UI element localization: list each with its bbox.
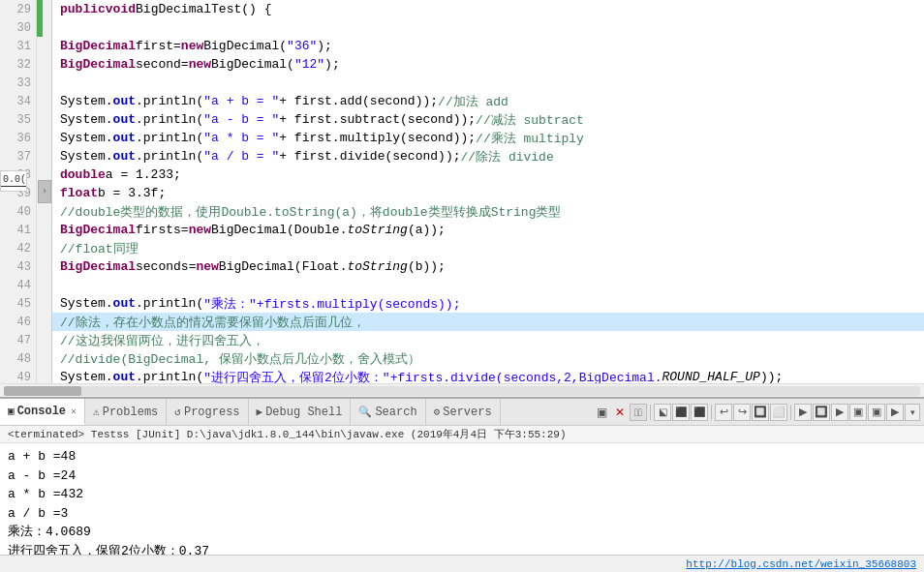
output-line-1: a + b =48 bbox=[8, 447, 916, 467]
line-number-44: 44 bbox=[0, 276, 36, 294]
line-number-30: 30 bbox=[0, 18, 36, 37]
line-number-45: 45 bbox=[0, 294, 36, 313]
tab-search[interactable]: 🔍 Search bbox=[351, 399, 425, 425]
code-token: System. bbox=[60, 370, 113, 383]
code-token: new bbox=[196, 259, 218, 274]
console-tabs: ▣ Console ✕ ⚠ Problems ↺ Progress ▶ Debu… bbox=[0, 399, 924, 426]
code-token: )); bbox=[760, 370, 783, 383]
output-line-2: a - b =24 bbox=[8, 467, 916, 486]
debug-icon: ▶ bbox=[257, 406, 263, 418]
code-token: //这边我保留两位，进行四舍五入， bbox=[60, 332, 264, 349]
code-token: BigDecimal(Double. bbox=[211, 223, 347, 237]
code-content[interactable]: public void BigDecimalTest() { BigDecima… bbox=[52, 0, 924, 383]
toolbar-btn-forward[interactable]: ↪ bbox=[733, 404, 751, 421]
line-number-49: 49 bbox=[0, 368, 36, 383]
servers-tab-label: Servers bbox=[443, 406, 491, 419]
code-token: (a)); bbox=[408, 223, 446, 237]
code-line-46: //除法，存在小数点的情况需要保留小数点后面几位， bbox=[52, 313, 924, 331]
hscroll-thumb[interactable] bbox=[4, 386, 81, 396]
line-number-48: 48 bbox=[0, 349, 36, 368]
code-line-32: BigDecimal second = new BigDecimal("12")… bbox=[52, 55, 924, 74]
toolbar-btn-stop2[interactable]: ✕⃞ bbox=[630, 404, 647, 421]
console-close-icon[interactable]: ✕ bbox=[71, 406, 77, 417]
code-token: .println( bbox=[136, 370, 203, 383]
hscroll-track[interactable] bbox=[4, 386, 920, 396]
code-token: ROUND_HALF_UP bbox=[662, 370, 759, 383]
code-token: System. bbox=[60, 131, 113, 145]
code-token: "12" bbox=[294, 57, 324, 72]
code-hscroll[interactable] bbox=[0, 383, 924, 397]
code-token: //double类型的数据，使用Double.toString(a)，将doub… bbox=[60, 203, 561, 221]
toolbar-btn-copy[interactable]: 🔲 bbox=[752, 404, 769, 421]
console-output[interactable]: a + b =48 a - b =24 a * b =432 a / b =3 … bbox=[0, 443, 924, 555]
console-status-text: <terminated> Testss [JUnit] D:\java\jdk1… bbox=[8, 427, 567, 441]
toolbar-btn-pin[interactable]: ⬜ bbox=[770, 404, 787, 421]
toolbar-btn-run4[interactable]: ▣ bbox=[849, 404, 867, 421]
tab-servers[interactable]: ⚙ Servers bbox=[426, 399, 501, 425]
main-container: 2930313233343536373839404142434445464748… bbox=[0, 0, 924, 572]
code-token: BigDecimal bbox=[60, 57, 136, 72]
line-number-40: 40 bbox=[0, 202, 36, 221]
sidebar-toggle[interactable]: › bbox=[38, 180, 51, 203]
code-token: + first.divide(second)); bbox=[279, 149, 460, 164]
console-toolbar: ▣ ✕ ✕⃞ ⬕ ⬛ ⬛ ↩ ↪ 🔲 ⬜ ▶ 🔲 ▶ ▣ ▣ ▶ ▾ bbox=[589, 399, 924, 425]
toolbar-btn-2[interactable]: ⬛ bbox=[672, 404, 690, 421]
toolbar-btn-3[interactable]: ⬛ bbox=[691, 404, 708, 421]
code-line-40: //double类型的数据，使用Double.toString(a)，将doub… bbox=[52, 202, 924, 221]
toolbar-btn-run3[interactable]: ▶ bbox=[831, 404, 848, 421]
line-number-35: 35 bbox=[0, 110, 36, 129]
tab-debug[interactable]: ▶ Debug Shell bbox=[249, 399, 352, 425]
code-token: (b)); bbox=[408, 259, 446, 274]
code-token: = bbox=[181, 57, 189, 72]
progress-tab-label: Progress bbox=[184, 406, 240, 419]
output-line-5: 乘法：4.0689 bbox=[8, 523, 916, 542]
toolbar-btn-run6[interactable]: ▶ bbox=[886, 404, 904, 421]
tab-problems[interactable]: ⚠ Problems bbox=[85, 399, 167, 425]
line-number-gutter: 2930313233343536373839404142434445464748… bbox=[0, 0, 37, 383]
statusbar-link[interactable]: http://blog.csdn.net/weixin_35668803 bbox=[686, 558, 916, 570]
code-token: //加法 add bbox=[438, 93, 508, 110]
fraction-denominator bbox=[1, 187, 26, 189]
toolbar-btn-more[interactable]: ▾ bbox=[905, 404, 920, 421]
line-number-31: 31 bbox=[0, 37, 36, 55]
code-line-31: BigDecimal first = new BigDecimal("36"); bbox=[52, 37, 924, 55]
line-number-36: 36 bbox=[0, 129, 36, 147]
toolbar-btn-stop[interactable]: ✕ bbox=[611, 404, 629, 421]
code-token: + first.multiply(second)); bbox=[279, 131, 476, 145]
code-token: second bbox=[136, 57, 181, 72]
fraction-display: 0.0( bbox=[0, 170, 27, 192]
line-number-29: 29 bbox=[0, 0, 36, 18]
toolbar-btn-run[interactable]: ▶ bbox=[794, 404, 812, 421]
code-token: //divide(BigDecimal, 保留小数点后几位小数，舍入模式） bbox=[60, 350, 420, 368]
code-token: out bbox=[113, 94, 136, 108]
code-token: "进行四舍五入，保留2位小数："+firsts.divide(seconds,2… bbox=[203, 369, 662, 384]
code-token: seconds bbox=[136, 259, 189, 274]
console-icon: ▣ bbox=[8, 405, 15, 417]
toolbar-btn-run5[interactable]: ▣ bbox=[868, 404, 885, 421]
code-token: BigDecimal( bbox=[203, 39, 287, 53]
code-line-45: System.out.println("乘法："+firsts.multiply… bbox=[52, 294, 924, 313]
toolbar-btn-back[interactable]: ↩ bbox=[715, 404, 732, 421]
code-token: .println( bbox=[136, 112, 203, 127]
green-bar-indicator bbox=[37, 0, 43, 37]
code-token: System. bbox=[60, 94, 113, 108]
code-line-38: double a = 1.233; bbox=[52, 166, 924, 184]
code-token: //除法，存在小数点的情况需要保留小数点后面几位， bbox=[60, 314, 365, 331]
code-token: //减法 subtract bbox=[476, 111, 584, 129]
toolbar-btn-run2[interactable]: 🔲 bbox=[813, 404, 830, 421]
code-line-33 bbox=[52, 74, 924, 92]
console-tab-label: Console bbox=[17, 405, 66, 418]
toolbar-btn-terminate[interactable]: ▣ bbox=[593, 404, 610, 421]
line-number-42: 42 bbox=[0, 239, 36, 257]
code-token: "a + b = " bbox=[203, 94, 279, 108]
toolbar-btn-1[interactable]: ⬕ bbox=[654, 404, 671, 421]
progress-icon: ↺ bbox=[174, 406, 181, 418]
code-token: toString bbox=[347, 259, 407, 274]
code-token: BigDecimal bbox=[60, 259, 136, 274]
tab-console[interactable]: ▣ Console ✕ bbox=[0, 399, 85, 425]
tab-progress[interactable]: ↺ Progress bbox=[167, 399, 248, 425]
code-token: "a * b = " bbox=[203, 131, 279, 145]
line-number-34: 34 bbox=[0, 92, 36, 110]
code-line-44 bbox=[52, 276, 924, 294]
code-token: BigDecimalTest() { bbox=[136, 2, 271, 16]
